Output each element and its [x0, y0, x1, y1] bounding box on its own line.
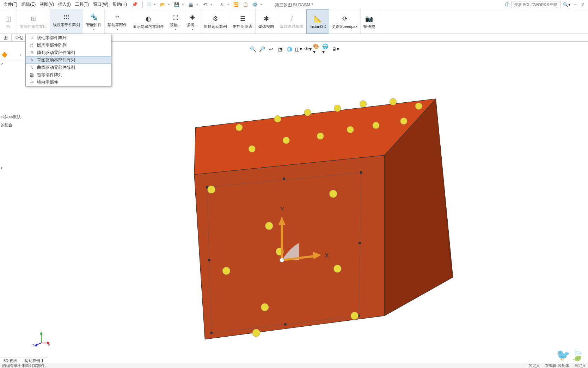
- open-button[interactable]: 📂: [159, 1, 167, 8]
- view-orientation-icon[interactable]: 🧊: [286, 45, 293, 53]
- menu-curve-driven[interactable]: ∿曲线驱动零部件阵列: [26, 64, 111, 71]
- status-hint: 的现有草图来阵列零部件。: [2, 363, 528, 368]
- menu-mirror[interactable]: ⇔镜向零部件: [26, 79, 111, 86]
- svg-point-31: [222, 267, 230, 275]
- tree-item[interactable]: >: [0, 60, 23, 67]
- quick-access-toolbar: 📄▾ 📂▾ 💾▾ 🖨️▾ ↶▾ ↖▾ 🔁 📋 ⚙️▾: [142, 1, 264, 8]
- menu-help[interactable]: 帮助(H): [110, 0, 129, 9]
- hide-show-icon[interactable]: 👁▾: [304, 45, 312, 53]
- ribbon-smart-fastener[interactable]: 🔩智能扣件▾: [83, 9, 105, 34]
- svg-point-16: [274, 115, 281, 122]
- menu-linear-pattern[interactable]: ⁝⁝线性零部件阵列: [26, 34, 111, 42]
- tree-expand-icon[interactable]: ›: [20, 52, 22, 57]
- dropdown-icon[interactable]: ▾: [261, 3, 264, 6]
- help-question-icon[interactable]: ?: [580, 2, 585, 7]
- svg-point-21: [347, 126, 354, 133]
- ribbon-instant3d[interactable]: 📐Instant3D: [306, 9, 329, 34]
- zoom-area-icon[interactable]: 🔎: [258, 45, 266, 53]
- previous-view-icon[interactable]: ↩: [267, 45, 275, 53]
- dropdown-icon[interactable]: ▾: [168, 3, 172, 6]
- save-button[interactable]: 💾: [173, 1, 181, 8]
- view-settings-icon[interactable]: 🖥▾: [331, 45, 339, 53]
- dropdown-icon[interactable]: ▾: [154, 3, 158, 6]
- svg-point-7: [360, 171, 362, 174]
- explode-icon: ✱: [261, 14, 271, 24]
- pattern-dropdown-menu: ⁝⁝线性零部件阵列 ◌圆周零部件阵列 ⊞阵列驱动零部件阵列 ✎草图驱动零部件阵列…: [25, 34, 111, 86]
- svg-text:Y: Y: [40, 331, 42, 332]
- search-input[interactable]: [512, 1, 561, 8]
- dropdown-icon[interactable]: ▾: [182, 3, 186, 6]
- svg-marker-48: [34, 344, 37, 346]
- dropdown-icon[interactable]: ▾: [227, 3, 231, 6]
- svg-point-22: [360, 101, 366, 107]
- ribbon-assemble[interactable]: ◫合: [0, 9, 17, 34]
- camera-icon: 📷: [364, 14, 374, 24]
- menu-window[interactable]: 窗口(W): [91, 0, 110, 9]
- ribbon-linear-pattern[interactable]: ⁝⁝⁝线性零部件阵列▾: [50, 9, 83, 34]
- ribbon-preview-window[interactable]: ⊞零部件预览窗口: [17, 9, 50, 34]
- ribbon-update-speedpak[interactable]: ⟳更新Speedpak: [329, 9, 361, 34]
- tab-view[interactable]: 图: [0, 34, 12, 41]
- menu-circular-pattern[interactable]: ◌圆周零部件阵列: [26, 42, 111, 49]
- settings-button[interactable]: ⚙️: [251, 1, 259, 8]
- tree-filter-icon[interactable]: 🔶: [1, 52, 7, 58]
- ribbon-show-hide[interactable]: ◐显示隐藏的零部件: [130, 9, 167, 34]
- orientation-triad[interactable]: Y X Z: [32, 331, 50, 348]
- pin-icon[interactable]: 📌: [132, 2, 137, 7]
- menu-sketch-driven[interactable]: ✎草图驱动零部件阵列: [26, 56, 111, 64]
- svg-point-14: [236, 124, 243, 131]
- circular-pattern-icon: ◌: [29, 43, 35, 48]
- tab-3d-view[interactable]: 3D 视图: [0, 357, 21, 363]
- tab-motion-study[interactable]: 运动算例 1: [21, 357, 47, 363]
- motion-icon: ⚙: [210, 14, 220, 24]
- dropdown-icon: ▾: [66, 28, 67, 31]
- new-button[interactable]: 📄: [145, 1, 153, 8]
- status-bar: 的现有草图来阵列零部件。 欠定义 在编辑 装配体 自定义: [0, 363, 588, 368]
- menu-view[interactable]: 视图(V): [38, 0, 56, 9]
- svg-point-27: [208, 186, 215, 193]
- undo-button[interactable]: ↶: [201, 1, 209, 8]
- ribbon-move-component[interactable]: ↔移动零部件▾: [105, 9, 130, 34]
- menu-tools[interactable]: 工具(T): [73, 0, 91, 9]
- search-area: ⓘ 🔍▾ – ?: [505, 1, 585, 8]
- minimize-icon[interactable]: –: [573, 2, 578, 7]
- menu-file[interactable]: 文件(F): [1, 0, 19, 9]
- select-button[interactable]: ↖: [218, 1, 226, 8]
- menu-chain-pattern[interactable]: ⛓链零部件阵列: [26, 71, 111, 79]
- display-style-icon[interactable]: ◫▾: [295, 45, 302, 53]
- status-custom[interactable]: 自定义: [574, 363, 586, 368]
- menu-edit[interactable]: 编辑(E): [19, 0, 38, 9]
- rebuild-button[interactable]: 🔁: [232, 1, 240, 8]
- svg-point-28: [329, 190, 337, 198]
- svg-point-26: [415, 103, 422, 109]
- menu-insert[interactable]: 插入(I): [56, 0, 73, 9]
- zoom-fit-icon[interactable]: 🔍: [249, 45, 257, 53]
- ribbon-exploded-view[interactable]: ✱爆炸视图: [256, 9, 277, 34]
- ribbon-bom[interactable]: ☰材料明细表: [230, 9, 256, 34]
- search-button[interactable]: 🔍▾: [563, 1, 571, 8]
- instant3d-icon: 📐: [313, 14, 323, 24]
- menu-pattern-driven[interactable]: ⊞阵列驱动零部件阵列: [26, 49, 111, 56]
- ribbon-assembly-features[interactable]: ⬚装配...▾: [167, 9, 184, 34]
- tree-item[interactable]: ≥: [0, 164, 23, 171]
- ribbon-motion-study[interactable]: ⚙新建运动算例: [201, 9, 230, 34]
- pattern-icon: ⁝⁝⁝: [62, 12, 72, 22]
- help-icon[interactable]: ⓘ: [505, 2, 509, 8]
- section-view-icon[interactable]: ⬔: [276, 45, 284, 53]
- view-toolbar: 🔍 🔎 ↩ ⬔ 🧊 ◫▾ 👁▾ 🎨▾ 🌐▾ 🖥▾: [248, 44, 340, 54]
- 3d-viewport[interactable]: Y X Y X Z: [25, 42, 588, 359]
- dropdown-icon[interactable]: ▾: [196, 3, 200, 6]
- ribbon-snapshot[interactable]: 📷拍快照: [361, 9, 378, 34]
- options-button[interactable]: 📋: [241, 1, 250, 8]
- svg-text:X: X: [325, 252, 329, 259]
- dropdown-icon[interactable]: ▾: [210, 3, 214, 6]
- edit-appearance-icon[interactable]: 🎨▾: [313, 45, 321, 53]
- ribbon-exploded-lines[interactable]: ⧸爆炸直线草图: [277, 9, 306, 34]
- print-button[interactable]: 🖨️: [187, 1, 195, 8]
- ribbon-reference[interactable]: ◈参考...▾: [184, 9, 201, 34]
- ribbon: ◫合 ⊞零部件预览窗口 ⁝⁝⁝线性零部件阵列▾ 🔩智能扣件▾ ↔移动零部件▾ ◐…: [0, 9, 588, 34]
- apply-scene-icon[interactable]: 🌐▾: [322, 45, 330, 53]
- chain-pattern-icon: ⛓: [29, 72, 35, 78]
- tree-item[interactable]: 的配合: [0, 121, 23, 129]
- tree-item[interactable]: 式认<<默认: [0, 113, 23, 121]
